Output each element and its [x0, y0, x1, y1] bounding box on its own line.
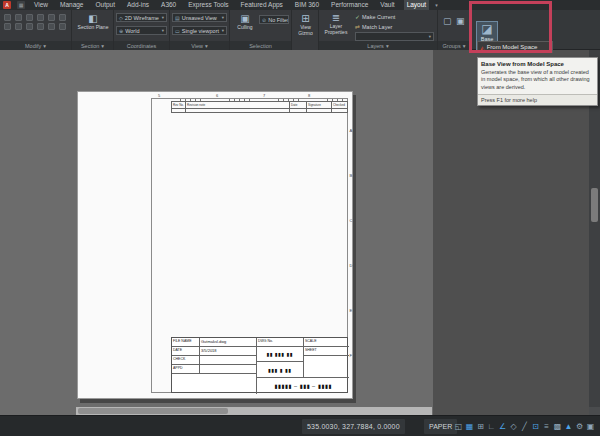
rev-header: Rev No. [172, 102, 186, 112]
culling-button[interactable]: ▣ Culling [233, 13, 257, 31]
drawing-number-code: ▮▮▮▮▮ – ▮▮▮ – ▮▮▮▮ [257, 378, 349, 394]
panel-groups: ▢ ▣ Groups ▾ [438, 10, 471, 50]
modify-tool-icon[interactable] [37, 23, 44, 30]
panel-label-text: View [191, 43, 203, 49]
modify-tool-icon[interactable] [37, 14, 44, 21]
title-block-blank [304, 356, 349, 378]
from-model-space-menu-item[interactable]: ◭ From Model Space [477, 41, 553, 53]
chevron-down-icon[interactable]: ▾ [435, 2, 438, 8]
modify-tool-icon[interactable] [4, 14, 11, 21]
lineweight-icon[interactable]: ≡ [542, 419, 551, 434]
rev-header: Date [290, 102, 307, 112]
modify-tool-icon[interactable] [59, 23, 66, 30]
check-value [200, 356, 257, 365]
panel-label-section[interactable]: Section ▾ [72, 41, 113, 50]
infer-constraints-icon[interactable]: ◱ [454, 419, 463, 434]
panel-label-text: Groups [443, 43, 461, 49]
ribbon-tab-express-tools[interactable]: Express Tools [185, 0, 231, 10]
view-gizmo-button[interactable]: ⊞ View Gizmo [294, 13, 317, 36]
ortho-icon[interactable]: ∟ [487, 419, 496, 434]
selection-filter-dropdown[interactable]: ⊘ No Filter [259, 15, 289, 24]
view-gizmo-label: View Gizmo [295, 25, 317, 36]
section-plane-label: Section Plane [76, 25, 110, 31]
osnap-tracking-icon[interactable]: ╱ [520, 419, 529, 434]
tooltip-body: Generates the base view of a model creat… [478, 68, 597, 94]
horizontal-scrollbar-thumb[interactable] [78, 408, 228, 414]
modify-tool-icon[interactable] [4, 23, 11, 30]
ribbon-tab-layout[interactable]: Layout [404, 0, 430, 10]
ribbon-tab-bar: A ▦ View Manage Output Add-ins A360 Expr… [0, 0, 600, 10]
viewport-config-dropdown[interactable]: ▭ Single viewport ▾ [172, 26, 227, 35]
layer-properties-button[interactable]: ≣ Layer Properties [321, 12, 351, 35]
file-name-value: Gutmaksl.dwg [200, 338, 257, 347]
ribbon-tab-addins[interactable]: Add-ins [124, 0, 152, 10]
visual-style-dropdown[interactable]: ◇ 2D Wireframe ▾ [116, 13, 167, 22]
viewport-icon: ▭ [175, 28, 180, 34]
sheet-label: SHEET [304, 347, 349, 356]
paper-space-toggle[interactable]: PAPER [424, 419, 457, 434]
panel-label-layers[interactable]: Layers ▾ [319, 41, 437, 50]
modify-tool-icon[interactable] [26, 14, 33, 21]
modify-tool-icon[interactable] [48, 14, 55, 21]
annotation-visibility-icon[interactable]: ▲ [564, 419, 573, 434]
ribbon-tab-manage[interactable]: Manage [57, 0, 87, 10]
from-model-space-icon: ◭ [480, 44, 485, 51]
snap-mode-icon[interactable]: ▦ [465, 419, 474, 434]
group-icon[interactable]: ▢ [443, 16, 452, 26]
modify-tool-icon[interactable] [26, 23, 33, 30]
dwg-no-label: DWG No. [257, 338, 304, 347]
ribbon-tab-featured-apps[interactable]: Featured Apps [238, 0, 286, 10]
horizontal-scrollbar[interactable] [76, 407, 432, 415]
panel-label-groups[interactable]: Groups ▾ [438, 41, 470, 50]
section-plane-button[interactable]: ◧ Section Plane [75, 13, 111, 31]
autocad-icon[interactable]: A [3, 1, 11, 9]
ribbon-tab-output[interactable]: Output [92, 0, 118, 10]
barcode-row: ▮▮ ▮▮▮ ▮▮ [257, 347, 304, 362]
coordinates-readout[interactable]: 535.0030, 327.7884, 0.0000 [302, 419, 405, 434]
modify-tool-icon[interactable] [15, 23, 22, 30]
ucs-dropdown[interactable]: ⊕ World ▾ [116, 26, 167, 35]
clean-screen-icon[interactable]: ▣ [586, 419, 595, 434]
make-current-button[interactable]: ✓ Make Current [355, 13, 395, 20]
appd-label: APPD [172, 365, 200, 374]
barcode-row: ▮▮▮ ▮ ▮▮ [257, 362, 304, 378]
panel-modify: Modify ▾ [0, 10, 72, 50]
ribbon-tab-view[interactable]: View [31, 0, 51, 10]
panel-label-view[interactable]: View ▾ [170, 41, 229, 50]
ribbon-tab-performance[interactable]: Performance [328, 0, 371, 10]
ribbon-tab-a360[interactable]: A360 [158, 0, 179, 10]
chevron-down-icon: ▾ [222, 15, 224, 20]
rev-header: Signature [307, 102, 332, 112]
layer-dropdown[interactable]: ▾ [355, 32, 434, 41]
isodraft-icon[interactable]: ◇ [509, 419, 518, 434]
panel-selection: ▣ Culling ⊘ No Filter Selection [230, 10, 292, 50]
modify-tool-icon[interactable] [48, 23, 55, 30]
chevron-down-icon: ▾ [463, 43, 466, 49]
polar-tracking-icon[interactable]: ∠ [498, 419, 507, 434]
workspace-switching-icon[interactable]: ⚙ [575, 419, 584, 434]
ribbon-tab-bim360[interactable]: BIM 360 [292, 0, 322, 10]
match-layer-label: Match Layer [362, 24, 392, 30]
scale-label: SCALE [304, 338, 349, 347]
panel-coordinates: ◇ 2D Wireframe ▾ ⊕ World ▾ Coordinates [114, 10, 170, 50]
modify-tool-icon[interactable] [15, 14, 22, 21]
group-edit-icon[interactable]: ▣ [456, 16, 465, 26]
object-snap-icon[interactable]: ⊡ [531, 419, 540, 434]
named-view-dropdown[interactable]: ▤ Unsaved View ▾ [172, 13, 227, 22]
panel-label-selection[interactable]: Selection [230, 41, 291, 50]
match-layer-icon: ⇄ [355, 23, 360, 30]
transparency-icon[interactable]: ▩ [553, 419, 562, 434]
match-layer-button[interactable]: ⇄ Match Layer [355, 23, 392, 30]
grid-icon[interactable]: ⊞ [476, 419, 485, 434]
zone-letter: D [350, 263, 353, 268]
panel-label-text: Coordinates [127, 43, 157, 49]
layout-sheet[interactable]: 5 6 7 8 A B C D E F Rev No. Revision not… [77, 91, 353, 399]
ribbon-tab-vault[interactable]: Vault [377, 0, 397, 10]
app-menu-icon[interactable]: ▦ [17, 1, 25, 9]
panel-label-modify[interactable]: Modify ▾ [0, 41, 71, 50]
chevron-down-icon: ▾ [43, 43, 46, 49]
modify-tool-icon[interactable] [59, 14, 66, 21]
vertical-scrollbar-thumb[interactable] [591, 188, 598, 222]
make-current-label: Make Current [362, 14, 395, 20]
panel-label-coordinates[interactable]: Coordinates [114, 41, 169, 50]
